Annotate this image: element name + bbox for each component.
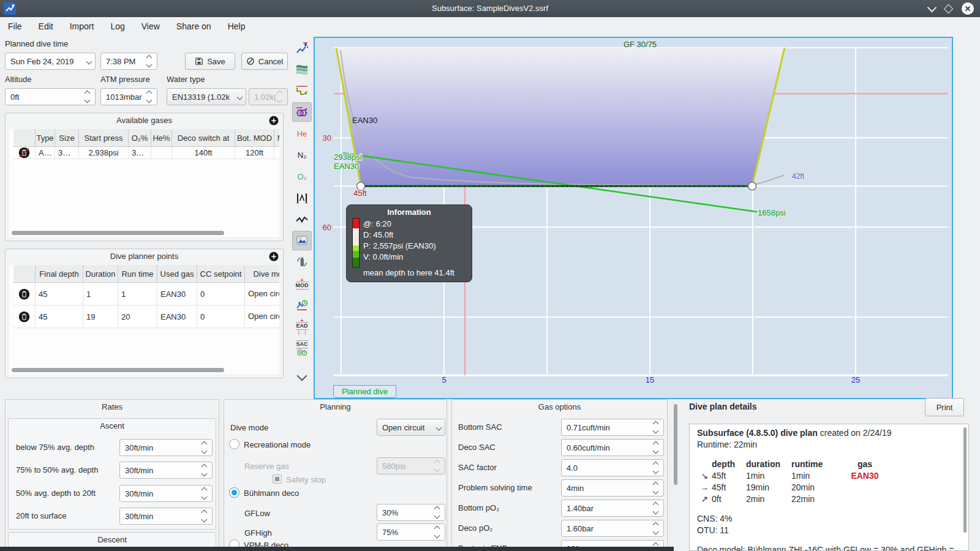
points-col-run-time[interactable]: Run time — [118, 265, 157, 283]
gas-cell-size[interactable]: 3… — [55, 147, 79, 159]
spin-down-icon[interactable] — [653, 529, 659, 535]
dive-plan-notes[interactable]: Subsurface (4.8.5.0) dive plan created o… — [689, 424, 969, 551]
spin-up-icon[interactable] — [146, 55, 153, 61]
menu-view[interactable]: View — [141, 21, 160, 31]
points-hscrollbar[interactable] — [12, 368, 224, 372]
minimize-icon[interactable] — [927, 2, 937, 12]
spin-down-icon[interactable] — [146, 97, 153, 103]
spin-down-icon[interactable] — [434, 533, 440, 539]
points-col-final-depth[interactable]: Final depth — [36, 265, 83, 283]
deco-sac-spinner[interactable]: 0.60cuft/min — [561, 439, 664, 456]
point-row-delete[interactable] — [13, 283, 36, 305]
dive-mode-combo[interactable]: Open circuit — [377, 419, 445, 436]
toggle-o2-button[interactable]: O₂ — [292, 167, 312, 186]
point-cell-cc-setpoint[interactable]: 0 — [197, 283, 245, 305]
spin-up-icon[interactable] — [653, 482, 659, 488]
time-spinner[interactable]: 7:38 PM — [100, 53, 157, 70]
buhlmann-deco-radio[interactable] — [229, 487, 239, 498]
bottom-sac-spinner[interactable]: 0.71cuft/min — [561, 419, 664, 436]
points-col-cc-setpoint[interactable]: CC setpoint — [197, 265, 245, 283]
sac-button[interactable]: SAC — [292, 338, 312, 358]
gas-cell-he[interactable] — [151, 147, 172, 159]
gases-col-mnd[interactable]: MND — [274, 129, 279, 147]
tissues-button[interactable] — [292, 188, 312, 208]
menu-log[interactable]: Log — [110, 21, 124, 31]
date-combo[interactable]: Sun Feb 24, 2019 — [5, 53, 96, 70]
rate-spinner[interactable]: 30ft/min — [119, 508, 213, 525]
toolbar-scroll-down[interactable] — [292, 366, 312, 386]
dive-computer-button[interactable] — [292, 38, 312, 58]
problem-solving-time-spinner[interactable]: 4min — [561, 479, 664, 497]
point-row-delete[interactable] — [13, 305, 36, 328]
spin-down-icon[interactable] — [653, 468, 659, 474]
cancel-button[interactable]: Cancel — [241, 53, 288, 70]
spin-down-icon[interactable] — [146, 62, 153, 68]
spin-up-icon[interactable] — [202, 464, 208, 470]
points-col-dive-mode[interactable]: Dive mode — [245, 265, 279, 283]
tab-planned-dive[interactable]: Planned dive — [333, 385, 396, 398]
salinity-button[interactable] — [292, 59, 312, 79]
point-cell-cc-setpoint[interactable]: 0 — [197, 305, 245, 328]
spin-down-icon[interactable] — [653, 509, 659, 515]
atm-pressure-spinner[interactable]: 1013mbar — [100, 88, 157, 105]
ndl-button[interactable] — [292, 295, 312, 315]
deco-po2-spinner[interactable]: 1.60bar — [561, 520, 664, 537]
options-vscrollbar[interactable] — [674, 404, 677, 485]
point-cell-final-depth[interactable]: 45 — [36, 283, 83, 305]
gases-col-he[interactable]: He% — [151, 129, 172, 147]
gas-cell-press[interactable]: 2,938psi — [79, 147, 129, 159]
spin-up-icon[interactable] — [653, 462, 659, 468]
gases-col-bot-mod[interactable]: Bot. MOD — [235, 129, 274, 147]
spin-down-icon[interactable] — [202, 494, 208, 500]
spin-up-icon[interactable] — [653, 502, 659, 508]
toggle-he-button[interactable]: He — [292, 124, 312, 143]
plan-vscrollbar[interactable] — [963, 427, 967, 533]
rate-spinner[interactable]: 30ft/min — [119, 462, 213, 479]
gas-cell-o2[interactable]: 3… — [129, 147, 151, 159]
photos-button[interactable] — [292, 231, 312, 250]
gases-hscrollbar[interactable] — [12, 231, 224, 235]
spin-down-icon[interactable] — [653, 428, 659, 434]
toggle-n2-button[interactable]: N₂ — [292, 145, 312, 165]
dive-profile[interactable]: GF 30/75 EAN30 30 60 2938psi EAN30 45ft … — [314, 37, 953, 399]
gas-cell-type[interactable]: A… — [36, 147, 55, 159]
spin-up-icon[interactable] — [434, 526, 440, 532]
spin-down-icon[interactable] — [202, 471, 208, 477]
gases-col-deco-switch[interactable]: Deco switch at — [172, 129, 235, 147]
point-cell-duration[interactable]: 1 — [83, 283, 118, 305]
water-type-combo[interactable]: EN13319 (1.02k — [167, 88, 246, 105]
point-cell-used-gas[interactable]: EAN30 — [157, 283, 197, 305]
spin-up-icon[interactable] — [146, 91, 153, 97]
menu-file[interactable]: File — [8, 21, 22, 31]
gases-col-type[interactable]: Type — [36, 129, 55, 147]
gases-col-size[interactable]: Size — [55, 129, 79, 147]
gas-cell-bot-mod[interactable]: 120ft — [235, 147, 274, 159]
gas-row-delete[interactable] — [13, 147, 36, 159]
points-table[interactable]: Final depth Duration Run time Used gas C… — [9, 265, 279, 374]
safety-stop-checkbox[interactable] — [273, 474, 282, 484]
spin-up-icon[interactable] — [202, 487, 208, 493]
add-point-icon[interactable] — [269, 252, 279, 261]
gas-cell-deco-switch[interactable]: 140ft — [172, 147, 235, 159]
gases-col-o2[interactable]: O₂% — [129, 129, 151, 147]
menu-help[interactable]: Help — [228, 21, 246, 31]
ead-button[interactable]: + EAD (…) — [292, 317, 312, 336]
spin-down-icon[interactable] — [202, 448, 208, 454]
spin-up-icon[interactable] — [653, 421, 659, 427]
altitude-spinner[interactable]: 0ft — [5, 88, 96, 105]
rate-spinner[interactable]: 30ft/min — [119, 439, 213, 456]
spin-down-icon[interactable] — [653, 448, 659, 454]
gases-table[interactable]: Type Size Start press O₂% He% Deco switc… — [9, 129, 279, 237]
points-col-duration[interactable]: Duration — [83, 265, 118, 283]
menu-share-on[interactable]: Share on — [176, 21, 211, 31]
heart-rate-button[interactable] — [292, 209, 312, 229]
sac-factor-spinner[interactable]: 4.0 — [561, 459, 664, 476]
point-cell-run-time[interactable]: 20 — [118, 305, 157, 328]
gas-change-button[interactable] — [292, 252, 312, 272]
point-cell-duration[interactable]: 19 — [83, 305, 118, 328]
close-icon[interactable] — [962, 2, 974, 15]
gflow-spinner[interactable]: 30% — [377, 504, 445, 521]
point-cell-run-time[interactable]: 1 — [118, 283, 157, 305]
profile-handle-end[interactable] — [748, 182, 756, 190]
rate-spinner[interactable]: 30ft/min — [119, 485, 213, 502]
